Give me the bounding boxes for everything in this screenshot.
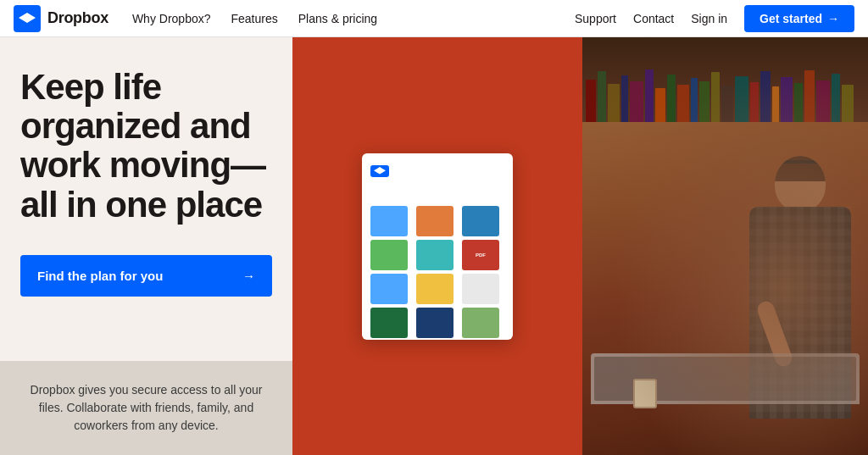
file-cell-3	[462, 206, 499, 236]
nav-plans-pricing[interactable]: Plans & pricing	[298, 12, 377, 25]
nav-support[interactable]: Support	[575, 12, 616, 25]
file-preview-card: PDF	[362, 153, 513, 340]
sign-in-link[interactable]: Sign in	[691, 12, 727, 25]
file-cell-2	[416, 206, 453, 236]
logo[interactable]: Dropbox	[14, 5, 108, 32]
nav-features[interactable]: Features	[231, 12, 278, 25]
file-cell-10	[370, 308, 408, 338]
file-cell-1	[370, 206, 408, 236]
navbar: Dropbox Why Dropbox? Features Plans & pr…	[0, 0, 868, 37]
hero-heading: Keep life organized and work moving— all…	[20, 68, 272, 225]
photo-overlay	[582, 37, 868, 455]
find-plan-arrow: →	[242, 269, 255, 283]
brand-name: Dropbox	[47, 9, 108, 27]
preview-file-grid: PDF	[370, 206, 504, 338]
logo-icon	[14, 5, 41, 32]
file-cell-8	[416, 274, 453, 304]
file-cell-12	[462, 308, 499, 338]
nav-contact[interactable]: Contact	[633, 12, 674, 25]
main-content: Keep life organized and work moving— all…	[0, 37, 868, 455]
nav-links: Why Dropbox? Features Plans & pricing	[132, 12, 575, 25]
find-plan-button[interactable]: Find the plan for you →	[20, 255, 272, 297]
dropbox-icon	[19, 10, 36, 27]
photo-background	[582, 37, 868, 455]
nav-right: Support Contact Sign in Get started →	[575, 5, 854, 32]
description-section: Dropbox gives you secure access to all y…	[0, 361, 292, 455]
get-started-button[interactable]: Get started →	[744, 5, 854, 32]
preview-logo-svg	[374, 165, 386, 177]
hero-section: Keep life organized and work moving— all…	[0, 37, 292, 361]
hero-description: Dropbox gives you secure access to all y…	[20, 381, 272, 435]
file-cell-11	[416, 308, 453, 338]
nav-why-dropbox[interactable]: Why Dropbox?	[132, 12, 211, 25]
find-plan-label: Find the plan for you	[37, 269, 163, 283]
preview-dropbox-icon	[370, 165, 389, 177]
file-cell-9	[462, 274, 499, 304]
file-cell-6: PDF	[462, 240, 499, 270]
right-panel-photo	[582, 37, 868, 455]
center-panel: PDF	[292, 37, 582, 455]
file-cell-5	[416, 240, 453, 270]
file-cell-7	[370, 274, 408, 304]
left-panel: Keep life organized and work moving— all…	[0, 37, 292, 455]
file-cell-4	[370, 240, 408, 270]
